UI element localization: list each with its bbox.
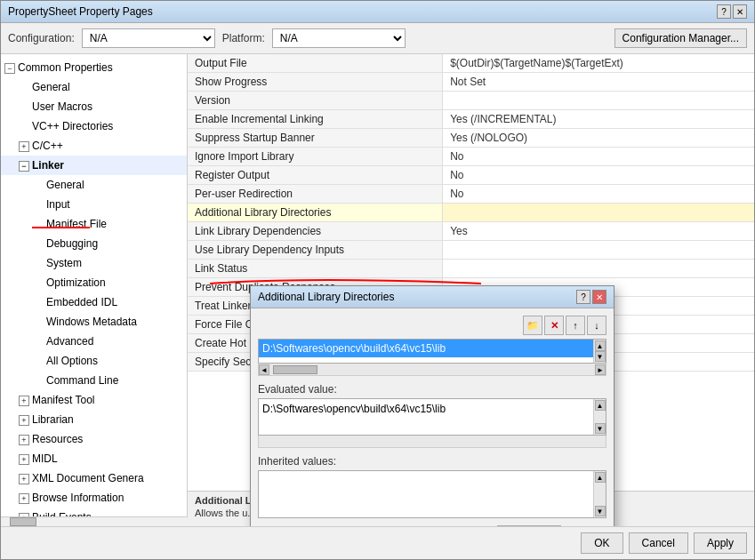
tree-item-build-events[interactable]: +Build Events (1, 508, 187, 516)
tree-item-optimization[interactable]: Optimization (1, 273, 187, 292)
tree-item-linker-general[interactable]: General (1, 175, 187, 195)
tree-item-label: Librarian (32, 413, 74, 426)
table-row[interactable]: Enable Incremental LinkingYes (/INCREMEN… (188, 110, 754, 129)
tree-item-xml-doc-gen[interactable]: +XML Document Genera (1, 468, 187, 488)
tree-horizontal-scroll[interactable] (1, 516, 188, 526)
prop-value: Yes (/INCREMENTAL) (443, 110, 754, 129)
inh-scroll-up[interactable]: ▲ (595, 472, 606, 483)
dialog-title: Additional Library Directories (258, 291, 394, 303)
path-scrollbar[interactable]: ▲ ▼ (593, 340, 606, 363)
table-row[interactable]: Use Library Dependency Inputs (188, 241, 754, 260)
h-scroll-thumb[interactable] (273, 365, 317, 374)
config-manager-button[interactable]: Configuration Manager... (614, 28, 747, 48)
tree-panel[interactable]: −Common PropertiesGeneralUser MacrosVC++… (1, 54, 188, 516)
tree-item-user-macros[interactable]: User Macros (1, 97, 187, 116)
delete-button[interactable]: ✕ (544, 316, 564, 335)
prop-value: No (443, 166, 754, 185)
tree-item-cpp[interactable]: +C/C++ (1, 136, 187, 156)
table-row[interactable]: Ignore Import LibraryNo (188, 148, 754, 166)
tree-item-advanced[interactable]: Advanced (1, 332, 187, 351)
tree-item-all-options[interactable]: All Options (1, 351, 187, 371)
platform-label: Platform: (222, 32, 265, 44)
prop-value (443, 241, 754, 260)
expand-icon[interactable]: + (19, 493, 29, 504)
table-row[interactable]: Per-user RedirectionNo (188, 185, 754, 204)
path-listbox[interactable]: D:\Softwares\opencv\build\x64\vc15\lib (259, 340, 593, 363)
tree-item-manifest-tool[interactable]: +Manifest Tool (1, 390, 187, 410)
prop-name: Ignore Import Library (188, 148, 443, 166)
expand-icon[interactable]: + (19, 435, 29, 445)
expand-icon[interactable]: + (19, 474, 29, 484)
table-row[interactable]: Link Status (188, 260, 754, 278)
tree-item-resources[interactable]: +Resources (1, 429, 187, 449)
close-button[interactable]: ✕ (733, 4, 747, 19)
eval-scroll-down[interactable]: ▼ (595, 423, 606, 434)
inherited-box: ▲ ▼ (258, 470, 606, 518)
h-scroll-left[interactable]: ◄ (259, 364, 269, 375)
cancel-button[interactable]: Cancel (629, 532, 688, 554)
tree-item-windows-metadata[interactable]: Windows Metadata (1, 312, 187, 332)
path-h-scrollbar[interactable]: ◄ ► (258, 364, 606, 376)
tree-item-command-line[interactable]: Command Line (1, 371, 187, 390)
prop-name: Per-user Redirection (188, 185, 443, 204)
tree-item-label: Browse Information (32, 492, 124, 504)
scroll-down-arrow[interactable]: ▼ (595, 351, 606, 362)
tree-item-common-properties[interactable]: −Common Properties (1, 58, 187, 77)
platform-select[interactable]: N/A (272, 28, 406, 48)
tree-item-label: User Macros (32, 100, 92, 113)
table-row[interactable]: Suppress Startup BannerYes (/NOLOGO) (188, 129, 754, 148)
tree-item-midl[interactable]: +MIDL (1, 449, 187, 468)
dialog-close-button[interactable]: ✕ (592, 290, 606, 304)
table-row[interactable]: Output File$(OutDir)$(TargetName)$(Targe… (188, 54, 754, 73)
table-row[interactable]: Version (188, 92, 754, 110)
help-button[interactable]: ? (717, 4, 731, 19)
prop-value (443, 204, 754, 222)
expand-icon[interactable]: + (19, 141, 29, 152)
eval-scrollbar[interactable]: ▲ ▼ (593, 399, 606, 435)
folder-button[interactable]: 📁 (523, 316, 542, 335)
expand-icon[interactable]: − (4, 63, 15, 74)
scroll-up-arrow[interactable]: ▲ (595, 340, 606, 351)
expand-icon[interactable]: − (19, 161, 29, 172)
dialog-help-button[interactable]: ? (576, 290, 590, 304)
expand-icon[interactable]: + (19, 454, 29, 465)
tree-item-linker-input[interactable]: Input (1, 195, 187, 214)
tree-item-browse-info[interactable]: +Browse Information (1, 488, 187, 508)
prop-name: Additional Library Directories (188, 204, 443, 222)
tree-item-system[interactable]: System (1, 253, 187, 273)
tree-item-label: Windows Metadata (46, 316, 137, 328)
inh-scroll-down[interactable]: ▼ (595, 506, 606, 516)
move-up-button[interactable]: ↑ (566, 316, 585, 335)
tree-item-general[interactable]: General (1, 77, 187, 97)
tree-item-vcpp-directories[interactable]: VC++ Directories (1, 116, 187, 136)
tree-item-debugging[interactable]: Debugging (1, 234, 187, 253)
table-row[interactable]: Show ProgressNot Set (188, 73, 754, 92)
ok-button[interactable]: OK (581, 532, 622, 554)
tree-item-manifest-file[interactable]: Manifest File (1, 214, 187, 234)
tree-item-label: XML Document Genera (32, 472, 144, 484)
table-row[interactable]: Register OutputNo (188, 166, 754, 185)
tree-item-label: VC++ Directories (32, 120, 113, 132)
tree-item-embedded-idl[interactable]: Embedded IDL (1, 292, 187, 312)
tree-item-librarian[interactable]: +Librarian (1, 410, 187, 429)
tree-item-linker[interactable]: −Linker (1, 156, 187, 175)
table-row[interactable]: Additional Library Directories (188, 204, 754, 222)
window-title: PropertySheet Property Pages (8, 5, 153, 18)
h-scroll-right[interactable]: ► (595, 364, 606, 375)
move-down-button[interactable]: ↓ (587, 316, 606, 335)
prop-value: $(OutDir)$(TargetName)$(TargetExt) (443, 54, 754, 73)
expand-icon[interactable]: + (19, 415, 29, 426)
h-scroll-thumb[interactable] (10, 517, 36, 526)
config-select[interactable]: N/A (82, 28, 215, 48)
expand-icon[interactable]: + (19, 396, 29, 406)
eval-h-scrollbar[interactable] (258, 436, 606, 448)
eval-scroll-up[interactable]: ▲ (595, 400, 606, 411)
inherited-scrollbar[interactable]: ▲ ▼ (593, 471, 606, 517)
apply-button[interactable]: Apply (694, 532, 747, 554)
prop-name: Output File (188, 54, 443, 73)
macros-button[interactable]: Macros>> (497, 525, 560, 526)
tree-item-label: MIDL (32, 452, 58, 465)
path-entry-selected[interactable]: D:\Softwares\opencv\build\x64\vc15\lib (259, 340, 593, 357)
tree-item-label: C/C++ (32, 140, 63, 152)
table-row[interactable]: Link Library DependenciesYes (188, 222, 754, 241)
